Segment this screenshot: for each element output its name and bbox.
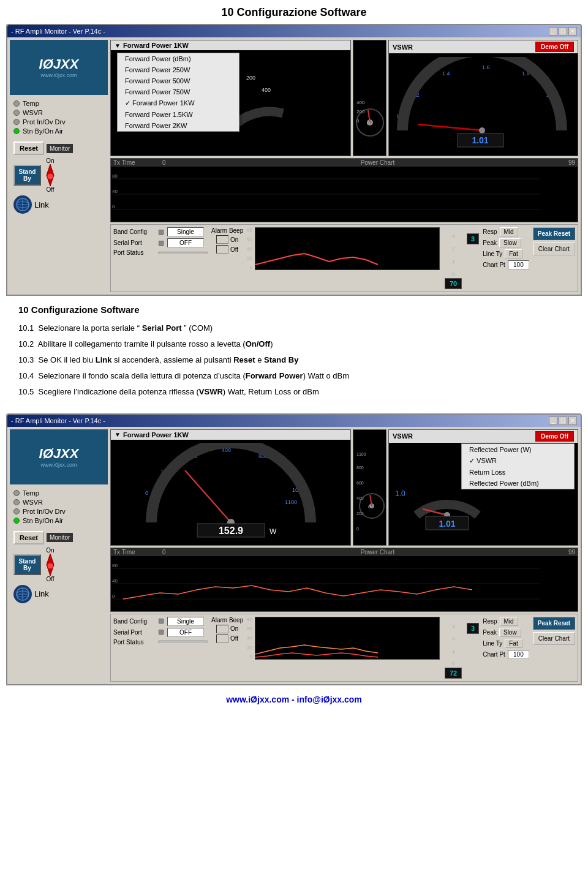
dropdown-item-750w[interactable]: Forward Power 750W: [118, 86, 239, 97]
power-panel-header-2[interactable]: ▼ Forward Power 1KW: [111, 430, 350, 440]
demo-off-button-2[interactable]: Demo Off: [535, 431, 574, 442]
footer-url[interactable]: www.iØjxx.com - info@iØjxx.com: [226, 695, 362, 704]
power-panel-header-1[interactable]: ▼ Forward Power 1KW: [111, 40, 350, 50]
dropdown-item-1kw[interactable]: ✓ Forward Power 1KW: [118, 97, 239, 109]
minimize-btn-1[interactable]: _: [549, 27, 557, 36]
svg-text:0: 0: [356, 118, 360, 124]
chart-area-1: 80 40 0: [111, 167, 578, 222]
status-label-wsvr-2: WSVR: [23, 499, 43, 506]
ts-3-2: 3: [452, 624, 454, 629]
vswr-item-reflected-w[interactable]: Reflected Power (W): [462, 444, 574, 455]
port-status-label: Port Status: [113, 249, 156, 256]
peak-button[interactable]: Slow: [499, 238, 521, 247]
para5: 10.5 Scegliere l’indicazione della poten…: [18, 385, 570, 399]
temp-value-2: 72: [445, 668, 462, 679]
ts-1-2: 1: [452, 649, 454, 654]
minimize-btn-2[interactable]: _: [549, 416, 557, 425]
link-button-1[interactable]: [13, 195, 32, 214]
status-prot-2: Prot In/Ov Drv: [13, 508, 104, 515]
title-bar-1: - RF Ampli Monitor - Ver P.14c - _ □ ✕: [7, 25, 581, 37]
link-button-2[interactable]: [13, 585, 32, 603]
title-bar-controls-1: _ □ ✕: [549, 27, 577, 36]
chart-tx-time-2: Tx Time: [113, 549, 162, 556]
title-bar-controls-2: _ □ ✕: [549, 416, 577, 425]
svg-text:40: 40: [112, 578, 118, 584]
power-panel-1: ▼ Forward Power 1KW Forward Power (dBm) …: [110, 40, 351, 156]
app-window-1: - RF Ampli Monitor - Ver P.14c - _ □ ✕ I…: [6, 24, 582, 296]
reset-button-2[interactable]: Reset: [13, 531, 44, 544]
vswr-item-reflected-dbm[interactable]: Reflected Power (dBm): [462, 478, 574, 489]
resp-button-2[interactable]: Mid: [500, 617, 518, 626]
peak-button-2[interactable]: Slow: [499, 628, 521, 637]
on-label-1: On: [46, 157, 54, 164]
resp-button[interactable]: Mid: [500, 227, 518, 236]
section-title: 10 Configurazione Software: [18, 302, 570, 318]
chart-pt-value: 100: [508, 260, 529, 269]
dropdown-item-dbm[interactable]: Forward Power (dBm): [118, 53, 239, 64]
chart-svg-2: 80 40 0: [111, 556, 578, 611]
fan-display-2: Fan 3: [467, 617, 479, 679]
resp-row: Resp Mid: [483, 227, 529, 236]
sidebar-controls-1: Reset Monitor Stand By On Off: [10, 139, 108, 216]
lever-icon-2[interactable]: [43, 554, 57, 576]
status-label-stn-2: Stn By/On Air: [23, 517, 63, 524]
alarm-off-box-2[interactable]: [216, 635, 228, 643]
peak-reset-button-2[interactable]: Peak Reset: [533, 617, 575, 630]
close-btn-2[interactable]: ✕: [568, 416, 577, 425]
standby-button-2[interactable]: Stand By: [13, 554, 41, 575]
temp-label: Temp (°C): [442, 227, 464, 233]
scale-80-2: 80: [247, 617, 252, 622]
dropdown-item-250w[interactable]: Forward Power 250W: [118, 64, 239, 75]
temp-display-2: Temp (°C) 3 2 1 0 72: [442, 617, 464, 679]
close-btn-1[interactable]: ✕: [568, 27, 577, 36]
vswr-item-return-loss[interactable]: Return Loss: [462, 467, 574, 478]
maximize-btn-1[interactable]: □: [559, 27, 567, 36]
line-ty-button[interactable]: Fat: [505, 249, 522, 258]
chart-zero-2: 0: [162, 549, 187, 556]
port-status-label-2: Port Status: [113, 639, 156, 646]
ctrl-row-standby: Stand By On Off: [13, 157, 104, 193]
resp-row-2: Resp Mid: [483, 617, 529, 626]
line-ty-row-2: Line Ty Fat: [483, 639, 529, 648]
alarm-on-row-2: On: [216, 625, 238, 633]
standby-button-1[interactable]: Stand By: [13, 165, 41, 186]
logo-sub-1: www.i0jxx.com: [40, 72, 77, 78]
status-dot-wsvr-2: [13, 499, 20, 505]
scale-40-2: 40: [247, 635, 252, 641]
title-bar-text-1: - RF Ampli Monitor - Ver P.14c -: [11, 28, 105, 35]
clear-chart-button-2[interactable]: Clear Chart: [533, 632, 575, 645]
vswr-item-vswr[interactable]: ✓ VSWR: [462, 455, 574, 467]
maximize-btn-2[interactable]: □: [559, 416, 567, 425]
lever-icon-1[interactable]: [43, 164, 57, 186]
demo-off-button-1[interactable]: Demo Off: [535, 42, 574, 52]
chart-pt-row: Chart Pt 100: [483, 260, 529, 269]
resp-label-2: Resp: [483, 618, 497, 625]
alarm-on-label: On: [230, 236, 238, 243]
alarm-on-box-2[interactable]: [216, 625, 228, 633]
vswr-dropdown-menu-2: Reflected Power (W) ✓ VSWR Return Loss R…: [461, 443, 575, 489]
ctrl-row-reset-2: Reset Monitor: [13, 531, 104, 544]
peak-reset-button-1[interactable]: Peak Reset: [533, 227, 575, 240]
status-label-temp: Temp: [23, 100, 39, 107]
svg-text:0: 0: [368, 504, 371, 510]
status-stn: Stn By/On Air: [13, 127, 104, 135]
reset-button-1[interactable]: Reset: [13, 141, 44, 155]
serial-port-value: OFF: [167, 238, 204, 247]
status-temp: Temp: [13, 100, 104, 107]
vswr-reading-2: 1.0: [395, 489, 405, 498]
status-label-stn: Stn By/On Air: [23, 127, 63, 135]
dropdown-item-1500w[interactable]: Forward Power 1.5KW: [118, 109, 239, 120]
alarm-on-box[interactable]: [216, 235, 228, 244]
line-ty-button-2[interactable]: Fat: [505, 639, 522, 648]
dropdown-item-500w[interactable]: Forward Power 500W: [118, 75, 239, 86]
port-status-value: [159, 252, 208, 254]
svg-text:400: 400: [356, 100, 365, 105]
clear-chart-button-1[interactable]: Clear Chart: [533, 243, 575, 255]
power-panel-2: ▼ Forward Power 1KW 0 100 200 400 600 80…: [110, 429, 351, 546]
svg-text:1100: 1100: [285, 499, 297, 505]
dropdown-item-2kw[interactable]: Forward Power 2KW: [118, 120, 239, 131]
main-content-1: ▼ Forward Power 1KW Forward Power (dBm) …: [110, 40, 578, 292]
alarm-off-box[interactable]: [216, 245, 228, 254]
mini-chart-svg-2: [255, 617, 439, 660]
ts-0b-2: 0: [452, 661, 454, 666]
